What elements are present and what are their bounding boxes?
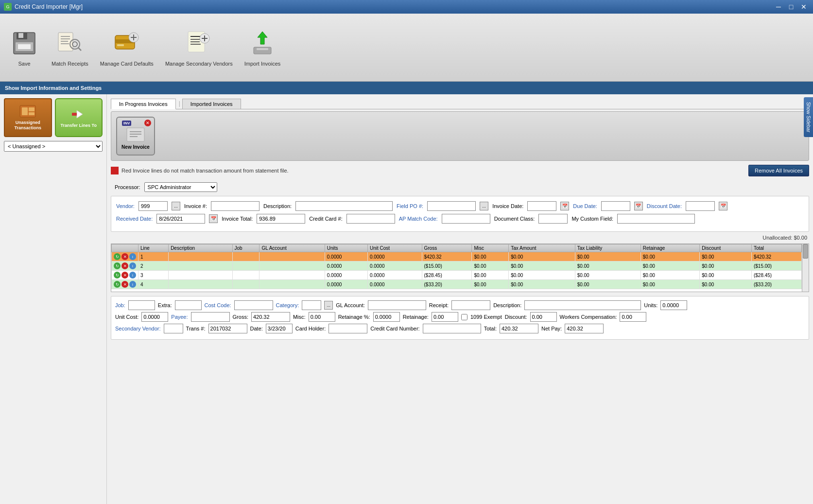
- credit-card-input[interactable]: [346, 214, 395, 224]
- workers-comp-input[interactable]: [620, 312, 646, 322]
- category-label[interactable]: Category:: [276, 302, 299, 308]
- processor-select[interactable]: SPC Administrator: [144, 182, 217, 192]
- secondary-vendor-input[interactable]: [164, 324, 183, 333]
- invoice-date-input[interactable]: [527, 201, 556, 211]
- date-label: Date:: [250, 326, 263, 331]
- show-sidebar-button[interactable]: Show Sidebar: [804, 97, 813, 137]
- retainage-pct-input[interactable]: [373, 312, 400, 322]
- table-row[interactable]: ↻ ✕ i 40.00000.0000($33.20)$0.00$0.00$0.…: [112, 280, 802, 289]
- vendor-label[interactable]: Vendor:: [116, 203, 135, 209]
- row-delete-btn[interactable]: ✕: [121, 262, 128, 269]
- tab-imported[interactable]: Imported Invoices: [182, 99, 241, 109]
- discount-date-cal-button[interactable]: 📅: [719, 202, 727, 210]
- unassigned-transactions-button[interactable]: Unassigned Transactions: [4, 98, 52, 137]
- unassigned-select[interactable]: < Unassigned >: [4, 141, 103, 152]
- vendor-input[interactable]: [138, 201, 168, 211]
- gl-account-input[interactable]: [368, 300, 426, 310]
- row-refresh-btn[interactable]: ↻: [114, 253, 121, 260]
- received-date-label[interactable]: Received Date:: [116, 216, 153, 222]
- field-po-label[interactable]: Field PO #:: [397, 203, 423, 209]
- import-settings-bar[interactable]: Show Import Information and Settings: [0, 82, 813, 94]
- misc-input[interactable]: [309, 312, 335, 322]
- row-delete-btn[interactable]: ✕: [121, 281, 128, 288]
- date-input[interactable]: [266, 324, 293, 333]
- manage-secondary-vendors-button[interactable]: Manage Secondary Vendors: [160, 25, 238, 70]
- inv-close-icon[interactable]: ✕: [144, 120, 151, 126]
- my-custom-input[interactable]: [617, 214, 695, 224]
- table-cell: $0.00: [575, 271, 640, 280]
- table-row[interactable]: ↻ ✕ i 20.00000.0000($15.00)$0.00$0.00$0.…: [112, 261, 802, 271]
- description-detail-input[interactable]: [524, 300, 641, 310]
- due-date-cal-button[interactable]: 📅: [634, 202, 643, 210]
- net-pay-input[interactable]: [565, 324, 604, 333]
- unit-cost-input[interactable]: [141, 312, 168, 322]
- scrollbar-thumb[interactable]: [803, 244, 808, 259]
- save-button[interactable]: Save: [4, 25, 45, 70]
- category-input[interactable]: [302, 300, 321, 310]
- retainage-input[interactable]: [432, 312, 458, 322]
- import-invoices-button[interactable]: Import Invoices: [240, 25, 286, 70]
- tab-in-progress[interactable]: In Progress Invoices: [111, 99, 176, 109]
- gross-input[interactable]: [251, 312, 290, 322]
- exempt-1099-checkbox[interactable]: [461, 314, 467, 320]
- vendor-browse-button[interactable]: ...: [172, 202, 180, 210]
- new-invoice-button[interactable]: INV ✕ New Invoice: [116, 117, 155, 156]
- row-refresh-btn[interactable]: ↻: [114, 262, 121, 269]
- received-date-cal-button[interactable]: 📅: [209, 214, 218, 223]
- row-refresh-btn[interactable]: ↻: [114, 272, 121, 278]
- payee-input[interactable]: [191, 312, 230, 322]
- th-retainage: Retainage: [640, 244, 700, 252]
- trans-input[interactable]: [208, 324, 247, 333]
- ap-match-label[interactable]: AP Match Code:: [399, 216, 438, 222]
- total-input[interactable]: [500, 324, 538, 333]
- discount-date-label[interactable]: Discount Date:: [647, 203, 682, 209]
- manage-card-defaults-button[interactable]: Manage Card Defaults: [95, 25, 158, 70]
- title-bar-left: G Credit Card Importer [Mgr]: [4, 3, 83, 11]
- vertical-scrollbar[interactable]: [802, 244, 809, 292]
- cost-code-label[interactable]: Cost Code:: [205, 302, 231, 308]
- maximize-button[interactable]: □: [786, 1, 796, 12]
- row-info-btn[interactable]: i: [129, 281, 136, 288]
- description-input[interactable]: [295, 201, 393, 211]
- received-date-input[interactable]: [156, 214, 205, 224]
- table-row[interactable]: ↻ ✕ i 30.00000.0000($28.45)$0.00$0.00$0.…: [112, 271, 802, 280]
- row-info-btn[interactable]: i: [129, 272, 136, 278]
- ap-match-input[interactable]: [442, 214, 490, 224]
- document-class-input[interactable]: [538, 214, 568, 224]
- table-row[interactable]: ↻ ✕ i 10.00000.0000$420.32$0.00$0.00$0.0…: [112, 252, 802, 261]
- row-refresh-btn[interactable]: ↻: [114, 281, 121, 288]
- invoice-num-label: Invoice #:: [184, 203, 207, 209]
- table-cell: [232, 271, 259, 280]
- transfer-lines-button[interactable]: Transfer Lines To: [55, 98, 103, 137]
- units-input[interactable]: [660, 300, 687, 310]
- table-cell: [169, 271, 232, 280]
- row-info-btn[interactable]: i: [129, 253, 136, 260]
- invoice-date-cal-button[interactable]: 📅: [560, 202, 569, 210]
- row-delete-btn[interactable]: ✕: [121, 253, 128, 260]
- row-info-btn[interactable]: i: [129, 262, 136, 269]
- card-holder-input[interactable]: [329, 324, 367, 333]
- remove-all-invoices-button[interactable]: Remove All Invoices: [748, 165, 809, 176]
- invoice-total-input[interactable]: [257, 214, 305, 224]
- category-browse-button[interactable]: ...: [324, 301, 333, 310]
- credit-card-number-input[interactable]: [423, 324, 481, 333]
- discount-date-input[interactable]: [686, 201, 715, 211]
- job-input[interactable]: [128, 300, 155, 310]
- extra-input[interactable]: [175, 300, 202, 310]
- invoice-num-input[interactable]: [211, 201, 259, 211]
- match-receipts-button[interactable]: Match Receipts: [47, 25, 93, 70]
- receipt-input[interactable]: [451, 300, 490, 310]
- field-po-browse-button[interactable]: ...: [480, 202, 488, 210]
- job-label[interactable]: Job:: [115, 302, 125, 308]
- unassigned-dropdown[interactable]: < Unassigned >: [4, 141, 103, 152]
- row-delete-btn[interactable]: ✕: [121, 272, 128, 278]
- payee-label[interactable]: Payee:: [171, 314, 188, 320]
- secondary-vendor-label[interactable]: Secondary Vendor:: [115, 326, 161, 331]
- discount-input[interactable]: [530, 312, 557, 322]
- minimize-button[interactable]: ─: [773, 1, 784, 12]
- field-po-input[interactable]: [427, 201, 476, 211]
- close-button[interactable]: ✕: [798, 1, 809, 12]
- due-date-input[interactable]: [601, 201, 630, 211]
- due-date-label[interactable]: Due Date:: [573, 203, 597, 209]
- cost-code-input[interactable]: [234, 300, 273, 310]
